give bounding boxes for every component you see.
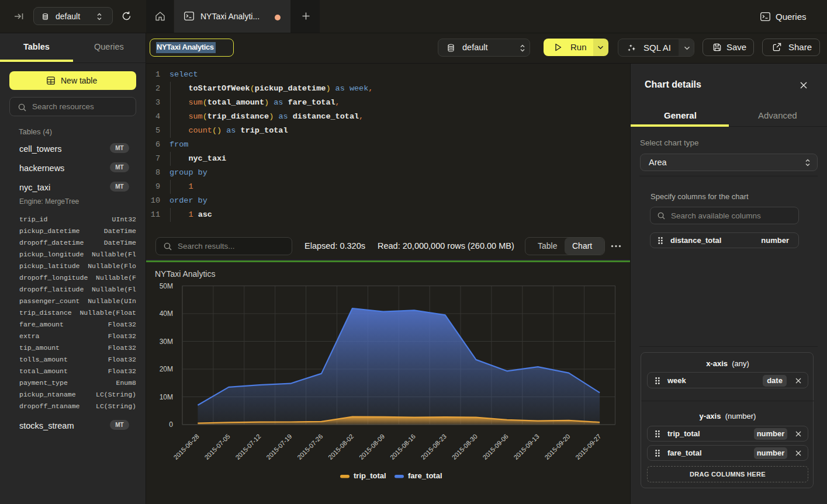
svg-text:trip_total: trip_total (354, 471, 386, 480)
svg-text:2015-09-20: 2015-09-20 (543, 433, 571, 461)
svg-text:2015-07-12: 2015-07-12 (234, 433, 262, 461)
svg-text:2015-07-05: 2015-07-05 (203, 433, 231, 461)
svg-text:10M: 10M (160, 393, 173, 401)
svg-text:2015-07-26: 2015-07-26 (296, 433, 324, 461)
svg-text:2015-06-28: 2015-06-28 (172, 433, 200, 461)
svg-text:2015-08-02: 2015-08-02 (327, 433, 355, 461)
svg-text:40M: 40M (160, 310, 173, 318)
svg-text:2015-08-09: 2015-08-09 (358, 433, 386, 461)
svg-text:fare_total: fare_total (408, 471, 442, 480)
svg-text:20M: 20M (160, 365, 173, 373)
svg-text:2015-08-23: 2015-08-23 (420, 433, 448, 461)
svg-text:0: 0 (169, 420, 173, 429)
svg-text:2015-08-30: 2015-08-30 (451, 433, 479, 461)
svg-text:2015-09-13: 2015-09-13 (512, 433, 540, 461)
svg-text:2015-08-16: 2015-08-16 (389, 433, 417, 461)
svg-text:2015-09-06: 2015-09-06 (482, 433, 510, 461)
svg-text:2015-07-19: 2015-07-19 (265, 433, 293, 461)
svg-text:30M: 30M (160, 338, 173, 346)
svg-text:2015-09-27: 2015-09-27 (574, 433, 602, 461)
svg-text:50M: 50M (160, 282, 173, 290)
